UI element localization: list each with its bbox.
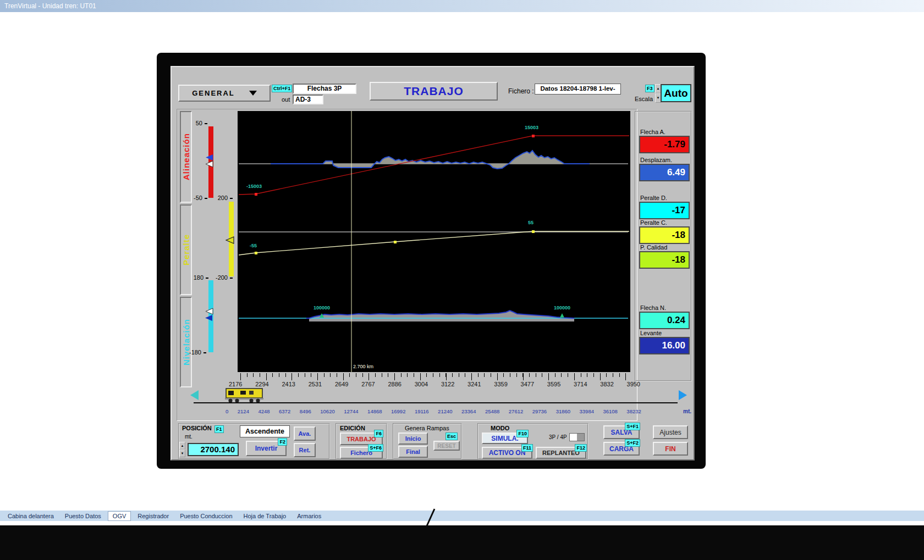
taskbar: Cabina delanteraPuesto DatosOGVRegistrad… xyxy=(0,510,924,521)
rampa-inicio-button[interactable]: Inicio xyxy=(398,433,428,445)
posicion-unit-label: mt. xyxy=(185,434,193,440)
alineacion-marker-white[interactable] xyxy=(205,160,213,168)
auto-scale-button[interactable]: Auto xyxy=(661,84,691,102)
readout-label: P. Calidad xyxy=(640,244,667,251)
out-field[interactable]: AD-3 xyxy=(293,95,323,104)
activo-on-button[interactable]: ACTIVO ON F11 xyxy=(482,447,532,459)
scale-tick xyxy=(204,352,206,353)
posicion-spinner-down[interactable]: ▼ xyxy=(179,450,185,457)
scale-tick xyxy=(205,198,207,199)
readout-value: -18 xyxy=(639,251,690,269)
ajustes-button[interactable]: Ajustes xyxy=(653,425,688,439)
avanzar-button[interactable]: Ava. xyxy=(294,426,316,441)
readout-panel: Flecha A.-1.79Desplazam.6.49Peralte D.-1… xyxy=(635,111,692,381)
edicion-trabajo-button[interactable]: TRABAJO F6 xyxy=(340,433,383,445)
scroll-left-arrow[interactable] xyxy=(190,390,199,400)
peralte-marker-left[interactable] xyxy=(255,252,257,254)
taskbar-item-cabina-delantera[interactable]: Cabina delantera xyxy=(3,512,58,520)
replanteo-button[interactable]: REPLANTEO F12 xyxy=(536,447,586,459)
guide-marker-left[interactable] xyxy=(255,193,257,196)
3p4p-toggle[interactable] xyxy=(569,433,585,441)
edicion-trabajo-label: TRABAJO xyxy=(346,436,376,442)
posicion-spinner-up[interactable]: ▲ xyxy=(179,442,185,450)
readout-value: 6.49 xyxy=(639,164,690,181)
taskbar-item-armarios[interactable]: Armarios xyxy=(293,512,326,520)
window-titlebar: TrenVirtual - Unidad tren: UT01 xyxy=(0,0,924,12)
x-tick-label: 3950 xyxy=(627,381,640,387)
trabajo-mode-button[interactable]: TRABAJO xyxy=(370,82,498,101)
rampa-reset-button[interactable]: RESET xyxy=(433,441,460,451)
edicion-title: EDICIÓN xyxy=(340,425,365,431)
chevron-down-icon xyxy=(249,91,257,96)
invertir-button[interactable]: Invertir F2 xyxy=(246,441,287,456)
nivelacion-marker-right[interactable] xyxy=(560,313,564,318)
peralte-marker[interactable] xyxy=(226,236,234,244)
edicion-fichero-button[interactable]: Fichero S+F6 xyxy=(340,447,383,459)
rampa-final-button[interactable]: Final xyxy=(398,446,428,458)
peralte-scale-max: 200 xyxy=(213,195,228,201)
train-icon[interactable] xyxy=(224,386,269,403)
guide-marker-right[interactable] xyxy=(532,135,535,137)
ctrl-f1-badge: Ctrl+F1 xyxy=(272,85,292,92)
x-tick-label: 3595 xyxy=(547,381,560,387)
ruler-tick-label: 19116 xyxy=(415,408,429,414)
x-tick-label: 3004 xyxy=(415,381,428,387)
scroll-right-arrow[interactable] xyxy=(679,390,687,400)
direction-selector[interactable]: Ascendente xyxy=(240,425,290,437)
activo-on-label: ACTIVO ON xyxy=(489,449,526,457)
fichero-value-field[interactable]: Datos 18204-18798 1-lev- xyxy=(535,84,621,95)
readout-value: -17 xyxy=(639,202,690,219)
readout-label: Flecha A. xyxy=(640,129,666,135)
peralte-marker-right[interactable] xyxy=(532,230,535,233)
retroceder-button[interactable]: Ret. xyxy=(294,443,316,457)
taskbar-item-ogv[interactable]: OGV xyxy=(108,511,131,521)
modo-panel: MODO SIMULA. F10 ACTIVO ON F11 3P / 4P R… xyxy=(477,423,588,459)
rampas-panel: Genera Rampas Inicio Final Esc RESET xyxy=(393,423,462,459)
ruler-tick-label: 8496 xyxy=(300,408,311,414)
ruler-tick-label: 10620 xyxy=(320,408,334,414)
alineacion-annotation-left: -15003 xyxy=(246,184,262,189)
nivelacion-annotation-left: 100000 xyxy=(314,305,330,311)
section-peralte-button[interactable]: Peralte xyxy=(180,204,192,295)
section-nivelacion-button[interactable]: Nivelación xyxy=(180,297,192,387)
taskbar-item-puesto-conduccion[interactable]: Puesto Conduccion xyxy=(175,512,237,520)
window-title: TrenVirtual - Unidad tren: UT01 xyxy=(4,2,96,10)
x-tick-label: 3122 xyxy=(441,381,454,387)
peralte-marker-mid[interactable] xyxy=(394,241,397,243)
posicion-value-field[interactable]: 2700.140 xyxy=(188,443,239,456)
ruler-tick-label: 25488 xyxy=(485,408,499,414)
carga-button[interactable]: CARGA S+F2 xyxy=(603,442,640,456)
rampas-title: Genera Rampas xyxy=(405,425,449,431)
x-tick-label: 2531 xyxy=(309,381,322,387)
simula-button[interactable]: SIMULA. F10 xyxy=(482,433,528,444)
ruler-tick-label: 33984 xyxy=(580,408,594,414)
esc-badge: Esc xyxy=(446,433,458,440)
taskbar-item-puesto-datos[interactable]: Puesto Datos xyxy=(61,512,106,520)
ruler-tick-label: 0 xyxy=(226,408,228,414)
ruler-tick-label: 4248 xyxy=(258,408,270,414)
nivelacion-marker-navy[interactable] xyxy=(205,314,213,321)
readout-value: -1.79 xyxy=(639,136,690,153)
x-tick-label: 3714 xyxy=(574,381,587,387)
scale-tick xyxy=(206,278,208,279)
general-dropdown[interactable]: GENERAL xyxy=(178,85,271,102)
f3-badge: F3 xyxy=(645,85,654,92)
readout-label: Peralte C. xyxy=(640,219,667,226)
ruler-tick-label: 6372 xyxy=(279,408,290,414)
fin-button[interactable]: FIN xyxy=(653,442,688,456)
alineacion-scale-min: -50 xyxy=(186,195,202,201)
posicion-spinner: ▲ ▼ xyxy=(179,442,185,457)
ruler-tick-label: 16992 xyxy=(391,408,405,414)
salva-button[interactable]: SALVA S+F1 xyxy=(603,425,640,439)
nivelacion-scale-min: -180 xyxy=(184,349,201,356)
fichero-label: Fichero : xyxy=(508,87,534,95)
ruler-tick-label: 23364 xyxy=(461,408,476,414)
peralte-annotation-left: -55 xyxy=(250,243,257,248)
x-tick-label: 3832 xyxy=(600,381,613,387)
sf1-badge: S+F1 xyxy=(625,423,640,430)
ruler-tick-label: 31860 xyxy=(556,408,570,414)
axis-major-ticks xyxy=(240,373,626,380)
taskbar-item-registrador[interactable]: Registrador xyxy=(133,512,173,520)
flechas-mode-field[interactable]: Flechas 3P xyxy=(293,84,356,94)
taskbar-item-hoja-de-trabajo[interactable]: Hoja de Trabajo xyxy=(239,512,291,520)
